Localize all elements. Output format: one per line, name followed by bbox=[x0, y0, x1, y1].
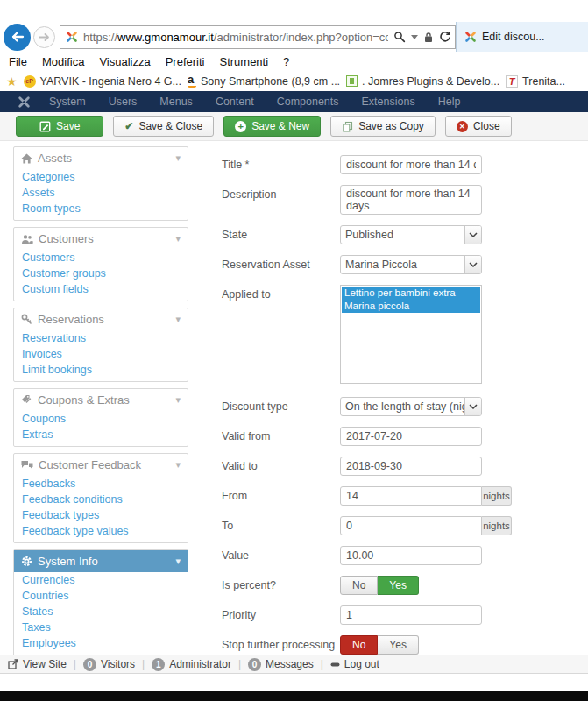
form-row-stop-processing: Stop further processing No Yes bbox=[222, 635, 588, 655]
listbox-option-selected[interactable]: Marina piccola bbox=[342, 300, 480, 313]
menu-modifica[interactable]: Modifica bbox=[42, 55, 84, 68]
stop-processing-no-button[interactable]: No bbox=[340, 635, 378, 655]
sidebar-item-customers[interactable]: Customers bbox=[14, 250, 188, 266]
menu-file[interactable]: File bbox=[9, 55, 27, 68]
browser-tab[interactable]: Edit discou... bbox=[456, 22, 588, 52]
form-row-priority: Priority bbox=[222, 605, 588, 625]
sidebar-item-room-types[interactable]: Room types bbox=[14, 201, 188, 216]
listbox-option-selected[interactable]: Lettino per bambini extra bbox=[342, 287, 480, 300]
favorites-star-icon[interactable]: ★ bbox=[6, 75, 18, 88]
sidebar-header-coupons[interactable]: Coupons & Extras ▾ bbox=[14, 389, 188, 411]
sidebar-item-extras[interactable]: Extras bbox=[14, 427, 188, 443]
refresh-icon[interactable] bbox=[439, 31, 451, 43]
joomla-admin-nav: System Users Menus Content Components Ex… bbox=[0, 91, 588, 112]
priority-input[interactable] bbox=[340, 605, 482, 625]
button-label: Save bbox=[56, 120, 80, 132]
menu-visualizza[interactable]: Visualizza bbox=[99, 55, 150, 68]
sidebar-item-taxes[interactable]: Taxes bbox=[14, 620, 188, 635]
sidebar-item-coupons[interactable]: Coupons bbox=[14, 411, 188, 427]
sidebar-panel-assets: Assets ▾ Categories Assets Room types bbox=[13, 146, 188, 221]
valid-from-label: Valid from bbox=[222, 427, 340, 446]
sidebar-item-feedback-types[interactable]: Feedback types bbox=[14, 507, 188, 523]
description-input[interactable]: discount for more than 14 days bbox=[340, 185, 482, 215]
to-label: To bbox=[222, 516, 340, 535]
sidebar-item-custom-fields[interactable]: Custom fields bbox=[14, 281, 188, 297]
applied-to-listbox[interactable]: Lettino per bambini extra Marina piccola bbox=[340, 285, 482, 384]
nav-extensions[interactable]: Extensions bbox=[351, 96, 427, 108]
valid-from-input[interactable] bbox=[340, 427, 482, 446]
messages-link[interactable]: 0 Messages bbox=[248, 658, 314, 671]
state-select[interactable]: Published bbox=[340, 225, 482, 244]
button-label: Save as Copy bbox=[358, 120, 424, 132]
favorite-trenitalia[interactable]: T Trenita... bbox=[506, 75, 565, 88]
sidebar-item-feedback-type-values[interactable]: Feedback type values bbox=[14, 523, 188, 539]
home-icon bbox=[21, 153, 32, 164]
save-button[interactable]: Save bbox=[16, 116, 103, 137]
sidebar-item-reservations[interactable]: Reservations bbox=[14, 330, 188, 346]
is-percent-yes-button[interactable]: Yes bbox=[378, 576, 419, 595]
sidebar-item-countries[interactable]: Countries bbox=[14, 588, 188, 604]
visitors-count-badge: 0 bbox=[83, 658, 96, 671]
menu-strumenti[interactable]: Strumenti bbox=[219, 55, 268, 68]
sidebar-item-customer-groups[interactable]: Customer groups bbox=[14, 266, 188, 281]
logout-link[interactable]: Log out bbox=[330, 658, 379, 670]
logout-label: Log out bbox=[344, 658, 379, 670]
administrator-link[interactable]: 1 Administrator bbox=[152, 658, 231, 671]
nav-system[interactable]: System bbox=[38, 96, 97, 108]
favorite-sony[interactable]: a Sony Smartphone (8,9 cm ... bbox=[188, 74, 340, 88]
sidebar-item-categories[interactable]: Categories bbox=[14, 169, 188, 185]
sidebar-item-limit-bookings[interactable]: Limit bookings bbox=[14, 362, 188, 378]
save-new-button[interactable]: + Save & New bbox=[223, 116, 321, 137]
tags-icon bbox=[21, 394, 32, 406]
chevron-down-icon: ▾ bbox=[175, 394, 181, 406]
menu-help[interactable]: ? bbox=[283, 55, 289, 68]
nav-users[interactable]: Users bbox=[97, 96, 149, 108]
sidebar-item-invoices[interactable]: Invoices bbox=[14, 346, 188, 362]
sidebar-item-feedbacks[interactable]: Feedbacks bbox=[14, 476, 188, 492]
visitors-link[interactable]: 0 Visitors bbox=[83, 658, 135, 671]
value-input[interactable] bbox=[340, 546, 482, 565]
sidebar-item-feedback-conditions[interactable]: Feedback conditions bbox=[14, 492, 188, 507]
reservation-asset-select[interactable]: Marina Piccola bbox=[340, 255, 482, 274]
forward-button[interactable] bbox=[33, 26, 55, 48]
close-button[interactable]: ✕ Close bbox=[445, 116, 512, 137]
state-select-value: Published bbox=[341, 229, 464, 241]
title-input[interactable] bbox=[340, 155, 482, 174]
nav-components[interactable]: Components bbox=[266, 96, 351, 108]
view-site-link[interactable]: View Site bbox=[8, 658, 67, 670]
is-percent-no-button[interactable]: No bbox=[340, 576, 378, 595]
search-icon[interactable] bbox=[393, 31, 406, 43]
chevron-down-icon[interactable] bbox=[411, 35, 418, 39]
sidebar-header-reservations[interactable]: Reservations ▾ bbox=[14, 308, 188, 330]
to-input[interactable] bbox=[340, 516, 482, 535]
from-input[interactable] bbox=[340, 486, 482, 506]
stop-processing-yes-button[interactable]: Yes bbox=[378, 635, 419, 655]
description-label: Description bbox=[222, 185, 340, 204]
menu-preferiti[interactable]: Preferiti bbox=[166, 55, 205, 68]
messages-label: Messages bbox=[266, 658, 314, 670]
sidebar-header-feedback[interactable]: Customer Feedback ▾ bbox=[14, 454, 188, 476]
address-bar[interactable]: https://www.gmonamour.it/administrator/i… bbox=[60, 25, 456, 49]
valid-to-input[interactable] bbox=[340, 457, 482, 476]
favorite-yarvik[interactable]: eP YARVIK - Ingenia Nero 4 G... bbox=[24, 75, 181, 88]
favorite-jomres[interactable]: . Jomres Plugins & Develo... bbox=[346, 75, 499, 88]
sidebar-item-discounts[interactable]: Discounts bbox=[14, 651, 188, 655]
sidebar-item-states[interactable]: States bbox=[14, 604, 188, 620]
back-button[interactable] bbox=[4, 24, 31, 51]
nav-help[interactable]: Help bbox=[427, 96, 472, 108]
gear-icon bbox=[21, 556, 32, 567]
sidebar-item-currencies[interactable]: Currencies bbox=[14, 572, 188, 588]
stop-processing-toggle: No Yes bbox=[340, 635, 419, 655]
sidebar-item-employees[interactable]: Employees bbox=[14, 635, 188, 651]
nav-content[interactable]: Content bbox=[204, 96, 266, 108]
save-as-copy-button[interactable]: Save as Copy bbox=[330, 116, 436, 137]
sidebar-header-assets[interactable]: Assets ▾ bbox=[14, 147, 188, 169]
sidebar-header-system-info[interactable]: System Info ▾ bbox=[14, 550, 188, 572]
sidebar-header-customers[interactable]: Customers ▾ bbox=[14, 228, 188, 250]
bottom-gap bbox=[0, 674, 588, 691]
to-addon-nights: nights bbox=[482, 516, 512, 535]
save-close-button[interactable]: ✔ Save & Close bbox=[113, 116, 214, 137]
discount-type-select[interactable]: On the length of stay (night or d bbox=[340, 397, 482, 416]
sidebar-item-assets[interactable]: Assets bbox=[14, 185, 188, 201]
nav-menus[interactable]: Menus bbox=[148, 96, 204, 108]
